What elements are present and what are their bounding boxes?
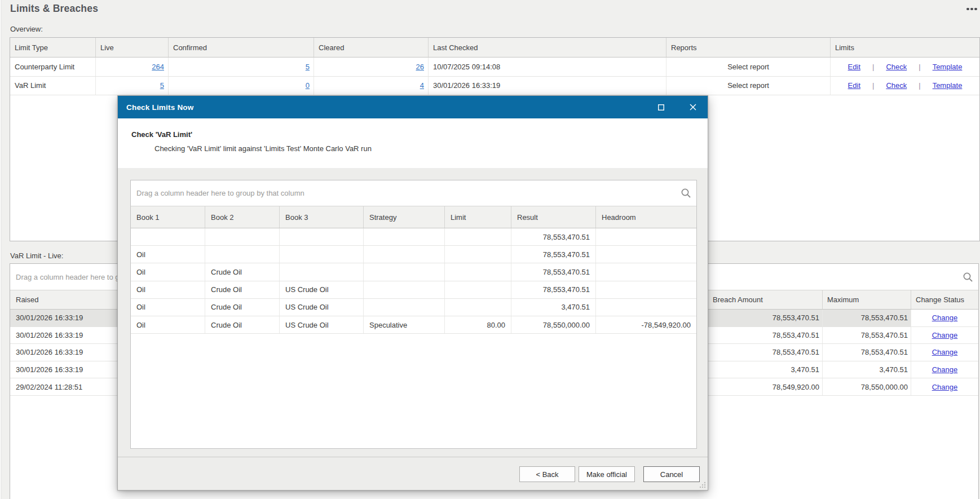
breach-amount-cell: 78,549,920.00 bbox=[708, 378, 823, 395]
column-header-limits[interactable]: Limits bbox=[831, 38, 979, 57]
result-row[interactable]: 78,553,470.51 bbox=[131, 228, 696, 246]
headroom-cell bbox=[596, 228, 696, 245]
strategy-cell bbox=[364, 246, 445, 263]
column-header-book-1[interactable]: Book 1 bbox=[131, 206, 205, 228]
book2-cell: Crude Oil bbox=[205, 281, 280, 298]
maximum-cell: 3,470.51 bbox=[823, 361, 911, 378]
headroom-cell bbox=[596, 263, 696, 280]
column-header-reports[interactable]: Reports bbox=[666, 38, 831, 57]
result-cell: 78,553,470.51 bbox=[511, 281, 596, 298]
change-status-link[interactable]: Change bbox=[932, 365, 958, 374]
more-options-button[interactable] bbox=[963, 5, 979, 13]
var-limit-live-section-label: VaR Limit - Live: bbox=[10, 251, 63, 260]
maximize-button[interactable] bbox=[648, 96, 673, 118]
column-header-live[interactable]: Live bbox=[96, 38, 169, 57]
dialog-footer-separator bbox=[118, 457, 708, 457]
check-link[interactable]: Check bbox=[886, 63, 907, 71]
ellipsis-dot-icon bbox=[966, 8, 969, 11]
template-link[interactable]: Template bbox=[933, 63, 963, 71]
strategy-cell bbox=[364, 263, 445, 280]
change-status-link[interactable]: Change bbox=[932, 331, 958, 339]
maximum-cell: 78,553,470.51 bbox=[823, 327, 911, 344]
book2-cell bbox=[205, 228, 280, 245]
book1-cell bbox=[131, 228, 205, 245]
column-header-confirmed[interactable]: Confirmed bbox=[169, 38, 314, 57]
book3-cell bbox=[280, 263, 364, 280]
live-count-link[interactable]: 264 bbox=[152, 63, 164, 71]
strategy-cell bbox=[364, 228, 445, 245]
make-official-button[interactable]: Make official bbox=[579, 466, 635, 482]
dialog-title: Check Limits Now bbox=[118, 103, 193, 112]
check-link[interactable]: Check bbox=[886, 81, 907, 90]
column-header-book-2[interactable]: Book 2 bbox=[205, 206, 280, 228]
headroom-cell bbox=[596, 299, 696, 316]
confirmed-count-link[interactable]: 0 bbox=[306, 81, 310, 90]
column-header-headroom[interactable]: Headroom bbox=[596, 206, 696, 228]
maximum-cell: 78,553,470.51 bbox=[823, 310, 911, 326]
book1-cell: Oil bbox=[131, 299, 205, 316]
column-header-maximum[interactable]: Maximum bbox=[823, 290, 911, 309]
template-link[interactable]: Template bbox=[933, 81, 963, 90]
ellipsis-dot-icon bbox=[974, 8, 977, 11]
result-cell: 78,553,470.51 bbox=[511, 263, 596, 280]
check-results-grid: Drag a column header here to group by th… bbox=[130, 180, 697, 449]
book1-cell: Oil bbox=[131, 246, 205, 263]
limits-actions-cell: Edit | Check | Template bbox=[831, 58, 979, 76]
result-row[interactable]: Oil Crude Oil US Crude Oil Speculative 8… bbox=[131, 316, 696, 334]
search-icon[interactable] bbox=[681, 188, 692, 199]
change-status-link[interactable]: Change bbox=[932, 348, 958, 356]
column-header-breach-amount[interactable]: Breach Amount bbox=[708, 290, 823, 309]
column-header-cleared[interactable]: Cleared bbox=[314, 38, 429, 57]
search-icon[interactable] bbox=[963, 272, 974, 283]
book1-cell: Oil bbox=[131, 281, 205, 298]
headroom-cell bbox=[596, 281, 696, 298]
edit-link[interactable]: Edit bbox=[848, 81, 860, 90]
result-row[interactable]: Oil Crude Oil US Crude Oil 3,470.51 bbox=[131, 299, 696, 316]
limit-cell bbox=[445, 281, 511, 298]
overview-table-header-row: Limit Type Live Confirmed Cleared Last C… bbox=[10, 38, 979, 58]
column-header-strategy[interactable]: Strategy bbox=[364, 206, 445, 228]
book2-cell: Crude Oil bbox=[205, 263, 280, 280]
close-button[interactable] bbox=[681, 96, 705, 118]
edit-link[interactable]: Edit bbox=[848, 63, 860, 71]
book2-cell: Crude Oil bbox=[205, 299, 280, 316]
book3-cell bbox=[280, 246, 364, 263]
column-header-limit[interactable]: Limit bbox=[445, 206, 511, 228]
select-report-dropdown[interactable]: Select report bbox=[666, 77, 831, 95]
breach-amount-cell: 78,553,470.51 bbox=[708, 310, 823, 326]
dialog-header-band: Check 'VaR Limit' Checking 'VaR Limit' l… bbox=[118, 118, 708, 168]
limit-cell: 80.00 bbox=[445, 316, 511, 333]
cleared-count-link[interactable]: 26 bbox=[416, 63, 424, 71]
limit-cell bbox=[445, 246, 511, 263]
result-row[interactable]: Oil 78,553,470.51 bbox=[131, 246, 696, 263]
result-cell: 3,470.51 bbox=[511, 299, 596, 316]
column-header-last-checked[interactable]: Last Checked bbox=[429, 38, 666, 57]
maximum-cell: 78,550,000.00 bbox=[823, 378, 911, 395]
last-checked-cell: 30/01/2026 16:33:19 bbox=[429, 77, 666, 95]
dialog-group-by-panel[interactable]: Drag a column header here to group by th… bbox=[131, 180, 696, 206]
change-status-link[interactable]: Change bbox=[932, 383, 958, 391]
book1-cell: Oil bbox=[131, 316, 205, 333]
window-left-edge bbox=[0, 0, 2, 499]
resize-grip-icon[interactable] bbox=[699, 481, 707, 489]
dialog-titlebar[interactable]: Check Limits Now bbox=[118, 96, 708, 118]
cleared-count-link[interactable]: 4 bbox=[420, 81, 424, 90]
column-header-limit-type[interactable]: Limit Type bbox=[10, 38, 96, 57]
page-title: Limits & Breaches bbox=[10, 3, 98, 15]
column-header-book-3[interactable]: Book 3 bbox=[280, 206, 364, 228]
select-report-dropdown[interactable]: Select report bbox=[666, 58, 831, 76]
result-row[interactable]: Oil Crude Oil 78,553,470.51 bbox=[131, 263, 696, 281]
column-header-change-status[interactable]: Change Status bbox=[911, 290, 978, 309]
column-header-result[interactable]: Result bbox=[511, 206, 596, 228]
change-status-link[interactable]: Change bbox=[932, 313, 958, 322]
back-button[interactable]: < Back bbox=[519, 466, 575, 482]
cancel-button[interactable]: Cancel bbox=[643, 466, 700, 482]
book3-cell: US Crude Oil bbox=[280, 281, 364, 298]
limits-and-breaches-screen: Limits & Breaches Overview: Limit Type L… bbox=[0, 0, 980, 499]
confirmed-count-link[interactable]: 5 bbox=[306, 63, 310, 71]
result-cell: 78,553,470.51 bbox=[511, 228, 596, 245]
result-row[interactable]: Oil Crude Oil US Crude Oil 78,553,470.51 bbox=[131, 281, 696, 299]
link-separator: | bbox=[872, 63, 874, 71]
maximize-icon bbox=[658, 104, 664, 111]
live-count-link[interactable]: 5 bbox=[160, 81, 164, 90]
